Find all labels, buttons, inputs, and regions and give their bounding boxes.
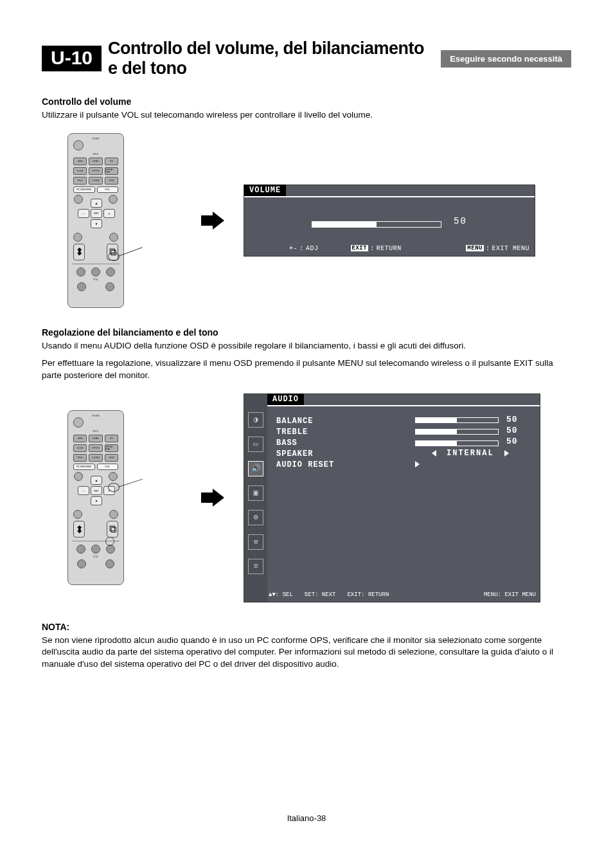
hint-menu-key: MENU (466, 245, 484, 251)
osd-icon: ⚙ (248, 510, 263, 525)
balance-p1: Usando il menu AUDIO della funzione OSD … (42, 340, 571, 352)
osd-audio-labels: BALANCE TREBLE BASS SPEAKER AUDIO RESET (276, 416, 334, 471)
volume-illustration-row: POWER INPUT HDMIHDMI2DVI D-SUBOPTIONDISP… (67, 133, 571, 308)
arrow-right-icon (201, 489, 224, 507)
osd-audio-title: AUDIO (267, 393, 304, 405)
osd-reset-label: AUDIO RESET (276, 460, 334, 471)
osd-volume-title: VOLUME (244, 185, 286, 196)
osd-speaker-label: SPEAKER (276, 449, 334, 460)
arrow-right-icon (201, 212, 224, 230)
hint-sel-label: SEL (283, 592, 293, 598)
section-title: Controllo del volume, del bilanciamento … (108, 39, 434, 78)
osd-speaker-value: INTERNAL (432, 449, 509, 458)
osd-volume-screen: VOLUME 50 +- : ADJ EXIT : RETURN MENU : (244, 185, 535, 257)
osd-sidebar: ◑ ▭ 🔊 ▣ ⚙ ⚒ ≡ (244, 394, 267, 602)
hint-sel-sym: ▲▼ (269, 592, 276, 598)
note-heading: NOTA: (42, 622, 571, 632)
hint-set-key: SET (305, 592, 315, 598)
section-id-badge: U-10 (42, 46, 102, 71)
volume-desc: Utilizzare il pulsante VOL sul telecoman… (42, 109, 571, 122)
balance-p2: Per effettuare la regolazione, visualizz… (42, 357, 571, 382)
osd-volume-value: 50 (454, 216, 467, 226)
triangle-right-icon (504, 450, 509, 457)
volume-heading: Controllo del volume (42, 96, 571, 107)
triangle-left-icon (432, 450, 436, 457)
hint-menu-key: MENU (484, 592, 498, 598)
hint-exitmenu-label: EXIT MENU (492, 245, 529, 252)
osd-treble-bar (415, 429, 499, 435)
osd-balance-label: BALANCE (276, 416, 334, 427)
hint-exit-key: EXIT (351, 245, 369, 251)
remote-vol-button: ⬍ (73, 244, 85, 260)
context-ribbon: Eseguire secondo necessità (441, 50, 571, 68)
setup-icon: ⚒ (248, 534, 263, 550)
osd-volume-bar (312, 221, 441, 228)
info-icon: ≡ (248, 559, 263, 574)
pip-icon: ▣ (248, 485, 263, 501)
hint-adj-sym: +- (289, 245, 298, 252)
page-footer: Italiano-38 (0, 813, 613, 823)
balance-heading: Regolazione del bilanciamento e del tono (42, 327, 571, 338)
audio-illustration-row: POWER INPUT HDMIHDMI2DVI D-SUBOPTIONDISP… (67, 393, 571, 602)
hint-next-label: NEXT (322, 592, 336, 598)
note-body: Se non viene riprodotto alcun audio quan… (42, 635, 571, 671)
osd-treble-label: TREBLE (276, 427, 334, 438)
triangle-right-icon (415, 461, 420, 467)
osd-balance-bar (415, 417, 499, 423)
screen-icon: ▭ (248, 437, 263, 452)
remote-illustration: POWER INPUT HDMIHDMI2DVI D-SUBOPTIONDISP… (67, 133, 124, 308)
audio-icon: 🔊 (248, 461, 263, 476)
osd-audio-values: 50 50 50 (506, 414, 518, 447)
osd-bass-bar (415, 440, 499, 446)
page-header: U-10 Controllo del volume, del bilanciam… (42, 39, 571, 78)
menu-button-circle (109, 472, 118, 481)
hint-exit-key: EXIT (347, 592, 361, 598)
picture-icon: ◑ (248, 412, 263, 428)
remote-illustration-2: POWER INPUT HDMIHDMI2DVI D-SUBOPTIONDISP… (67, 410, 124, 585)
hint-return-label: RETURN (377, 245, 402, 252)
hint-adj-label: ADJ (306, 245, 319, 252)
osd-audio-screen: ◑ ▭ 🔊 ▣ ⚙ ⚒ ≡ AUDIO BALANCE TREBLE BASS … (244, 393, 540, 602)
osd-bass-label: BASS (276, 438, 334, 449)
hint-exitmenu-label: EXIT MENU (504, 592, 536, 598)
hint-return-label: RETURN (368, 592, 389, 598)
